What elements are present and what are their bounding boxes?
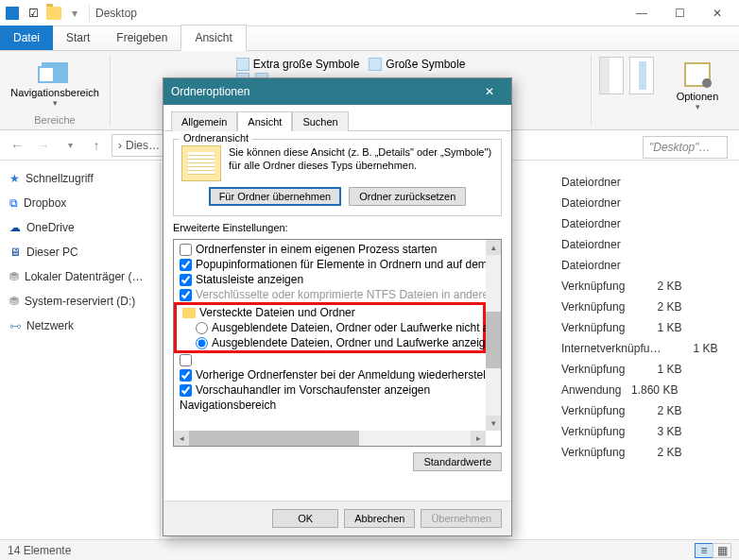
tree-vertical-scrollbar[interactable]: ▴ ▾: [486, 240, 501, 431]
sidebar-item-network[interactable]: ⧟Netzwerk: [0, 314, 160, 338]
tab-freigeben[interactable]: Freigeben: [103, 25, 180, 50]
folder-icon: [182, 308, 196, 318]
view-icons-button[interactable]: ▦: [713, 543, 731, 558]
options-icon: [684, 62, 711, 87]
qat-checkbox-icon[interactable]: ☑: [25, 5, 42, 22]
sidebar-item-system-reserved[interactable]: ⛃System-reserviert (D:): [0, 289, 160, 314]
folder-view-icon: [181, 145, 221, 181]
hidden-files-highlight: Versteckte Dateien und Ordner Ausgeblend…: [174, 302, 486, 353]
radio-hide-hidden[interactable]: [196, 322, 208, 334]
minimize-button[interactable]: —: [624, 2, 660, 25]
tab-file[interactable]: Datei: [0, 25, 53, 50]
navigation-pane-button[interactable]: Navigationsbereich ▾: [8, 57, 102, 110]
back-button[interactable]: ←: [6, 134, 28, 157]
sidebar-item-this-pc[interactable]: 🖥Dieser PC: [0, 240, 160, 264]
dialog-tab-view[interactable]: Ansicht: [237, 111, 292, 131]
dialog-close-button[interactable]: ✕: [475, 78, 504, 105]
window-title: Desktop: [95, 7, 137, 20]
navigation-pane: ★Schnellzugriff ⧉Dropbox ☁OneDrive 🖥Dies…: [0, 162, 161, 539]
star-icon: ★: [9, 172, 20, 185]
sidebar-item-quick-access[interactable]: ★Schnellzugriff: [0, 166, 160, 191]
column-header-size[interactable]: Größe: [579, 162, 664, 170]
navigation-pane-icon: [42, 62, 68, 83]
folder-icon: [45, 5, 62, 22]
close-button[interactable]: ✕: [699, 2, 735, 25]
sidebar-item-local-disk[interactable]: ⛃Lokaler Datenträger (…: [0, 264, 160, 289]
chk-restore-windows[interactable]: [180, 369, 192, 382]
drive-icon: ⛃: [9, 270, 19, 283]
tree-horizontal-scrollbar[interactable]: ◂ ▸: [174, 431, 486, 446]
view-details-button[interactable]: ≡: [695, 543, 713, 558]
network-icon: ⧟: [9, 319, 21, 332]
window-titlebar: ☑ ▾ Desktop — ☐ ✕: [0, 0, 739, 26]
radio-show-hidden[interactable]: [196, 337, 208, 349]
chk-cutoff[interactable]: [180, 354, 192, 366]
chk-statusbar[interactable]: [180, 274, 192, 286]
forward-button[interactable]: →: [32, 134, 55, 157]
chk-preview-handler[interactable]: [180, 384, 192, 397]
ribbon-btn-2[interactable]: [629, 57, 654, 94]
search-input[interactable]: "Desktop"…: [643, 136, 728, 159]
ribbon-btn-1[interactable]: [599, 57, 624, 94]
status-bar: 14 Elemente ≡ ▦: [0, 539, 739, 560]
item-count: 14 Elemente: [8, 544, 71, 557]
folder-options-dialog: Ordneroptionen ✕ Allgemein Ansicht Suche…: [163, 77, 512, 536]
folder-view-group: Ordneransicht Sie können diese Ansicht (…: [173, 139, 502, 216]
dialog-tab-general[interactable]: Allgemein: [171, 111, 237, 131]
pc-icon: 🖥: [9, 246, 21, 259]
sidebar-item-dropbox[interactable]: ⧉Dropbox: [0, 191, 160, 215]
dialog-tab-search[interactable]: Suchen: [292, 111, 348, 131]
ok-button[interactable]: OK: [272, 509, 338, 528]
chk-popup-info[interactable]: [180, 259, 192, 271]
options-button[interactable]: Optionen ▾: [669, 57, 726, 113]
tab-ansicht[interactable]: Ansicht: [180, 25, 246, 51]
dropbox-icon: ⧉: [9, 196, 18, 210]
advanced-settings-tree[interactable]: Ordnerfenster in einem eigenen Prozess s…: [173, 239, 502, 447]
apply-button[interactable]: Übernehmen: [421, 509, 502, 528]
chk-ntfs-color[interactable]: [180, 289, 192, 301]
chk-own-process[interactable]: [180, 244, 192, 256]
up-button[interactable]: ↑: [85, 134, 108, 157]
tab-start[interactable]: Start: [53, 25, 103, 50]
restore-defaults-button[interactable]: Standardwerte: [413, 452, 502, 471]
sidebar-item-onedrive[interactable]: ☁OneDrive: [0, 215, 160, 240]
qat-dropdown-icon[interactable]: ▾: [66, 5, 83, 22]
chevron-right-icon: ›: [118, 139, 122, 152]
dialog-titlebar[interactable]: Ordneroptionen ✕: [163, 78, 511, 105]
system-menu-icon[interactable]: [4, 5, 21, 22]
cancel-button[interactable]: Abbrechen: [344, 509, 415, 528]
drive-icon: ⛃: [9, 295, 19, 308]
reset-folders-button[interactable]: Ordner zurücksetzen: [349, 187, 466, 206]
view-extra-large-icons[interactable]: Extra große SymboleGroße Symbole: [232, 57, 470, 72]
apply-to-folders-button[interactable]: Für Ordner übernehmen: [209, 187, 342, 206]
maximize-button[interactable]: ☐: [662, 2, 697, 25]
recent-locations[interactable]: ▾: [59, 134, 81, 157]
advanced-settings-label: Erweiterte Einstellungen:: [173, 222, 502, 233]
ribbon-tabs: Datei Start Freigeben Ansicht: [0, 26, 739, 51]
onedrive-icon: ☁: [9, 221, 21, 234]
